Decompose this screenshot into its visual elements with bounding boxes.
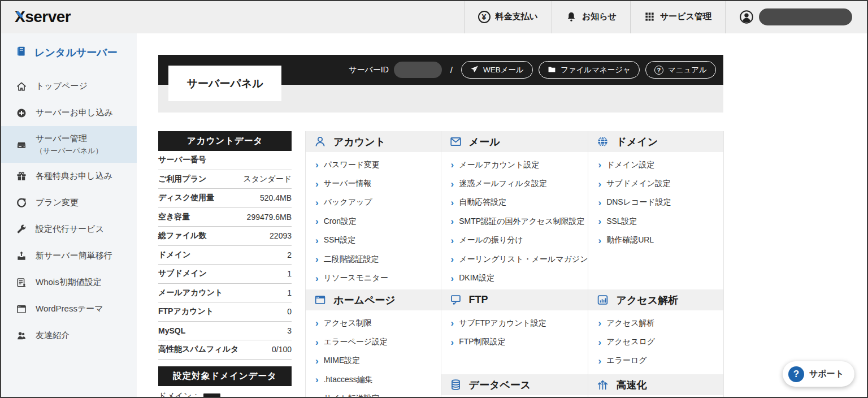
table-row: 総ファイル数22093	[158, 227, 292, 246]
chevron-right-icon	[451, 338, 454, 347]
sidebar-item-top-page[interactable]: トップページ	[0, 73, 137, 100]
menu-link[interactable]: SSL設定	[598, 212, 723, 231]
menu-link[interactable]: メーリングリスト・メールマガジン	[451, 250, 588, 269]
service-management-label: サービス管理	[660, 11, 711, 22]
menu-link[interactable]: エラーログ	[598, 352, 723, 370]
sidebar-item-referral[interactable]: 友達紹介	[0, 322, 137, 349]
service-management-button[interactable]: サービス管理	[630, 0, 725, 33]
sidebar-item-plan-change[interactable]: プラン変更	[0, 189, 137, 216]
sidebar-item-label: 新サーバー簡単移行	[36, 250, 112, 261]
menu-link[interactable]: 迷惑メールフィルタ設定	[451, 174, 588, 193]
main-content: サーバーID / WEBメール ファイルマネージャ ? マニュアル サーバーパネ…	[137, 33, 868, 398]
account-menu[interactable]	[725, 0, 868, 33]
chevron-right-icon	[598, 236, 601, 245]
chevron-right-icon	[451, 274, 454, 283]
separator: /	[450, 65, 453, 75]
chevron-right-icon	[315, 179, 319, 189]
account-person-icon	[314, 136, 326, 148]
sidebar-item-server-migration[interactable]: 新サーバー簡単移行	[0, 243, 137, 269]
file-manager-label: ファイルマネージャ	[561, 65, 631, 75]
sidebar-item-label: Whois初期値設定	[36, 277, 102, 288]
menu-column-3: ドメイン ドメイン設定 サブドメイン設定 DNSレコード設定 SSL設定 動作確…	[588, 131, 723, 398]
menu-link[interactable]: エラーページ設定	[315, 332, 441, 351]
file-manager-button[interactable]: ファイルマネージャ	[539, 61, 640, 79]
section-header-mail: メール	[441, 131, 588, 152]
sidebar-item-whois[interactable]: Whois初期値設定	[0, 269, 137, 296]
menu-link[interactable]: DNSレコード設定	[598, 193, 723, 212]
chevron-right-icon	[598, 198, 601, 207]
sidebar-item-server-apply[interactable]: サーバーお申し込み	[0, 100, 137, 126]
sidebar-header-rental-server[interactable]: レンタルサーバー	[0, 42, 137, 63]
chevron-right-icon	[598, 179, 601, 189]
payment-button[interactable]: ¥ 料金支払い	[464, 0, 552, 33]
menu-link[interactable]: サブFTPアカウント設定	[451, 314, 588, 332]
menu-link[interactable]: SMTP認証の国外アクセス制限設定	[451, 212, 588, 231]
server-icon	[16, 139, 27, 150]
menu-link[interactable]: アクセスログ	[598, 332, 723, 351]
menu-link[interactable]: Cron設定	[315, 212, 441, 231]
sidebar-header-label: レンタルサーバー	[34, 46, 118, 59]
sidebar-item-wordpress-theme[interactable]: WordPressテーマ	[0, 296, 137, 322]
chevron-right-icon	[598, 160, 601, 170]
manual-label: マニュアル	[668, 65, 707, 75]
menu-link[interactable]: 二段階認証設定	[315, 250, 441, 269]
support-button[interactable]: ? サポート	[783, 361, 854, 387]
homepage-window-icon	[314, 294, 326, 306]
account-data-header: アカウントデータ	[158, 131, 292, 151]
menu-link[interactable]: リソースモニター	[315, 269, 441, 287]
sidebar-item-setup-service[interactable]: 設定代行サービス	[0, 216, 137, 243]
menu-link[interactable]: ドメイン設定	[598, 155, 723, 174]
news-button[interactable]: お知らせ	[552, 0, 630, 33]
rental-server-icon	[15, 45, 27, 60]
menu-link[interactable]: サイト転送設定	[315, 390, 441, 398]
manual-button[interactable]: ? マニュアル	[645, 61, 716, 79]
question-circle-icon: ?	[788, 366, 804, 382]
menu-link[interactable]: SSH設定	[315, 231, 441, 250]
folder-icon	[548, 65, 556, 75]
menu-link[interactable]: サーバー情報	[315, 174, 441, 193]
chevron-right-icon	[315, 375, 319, 384]
homepage-links: アクセス制限 エラーページ設定 MIME設定 .htaccess編集 サイト転送…	[306, 310, 441, 398]
menu-link[interactable]: MIME設定	[315, 352, 441, 370]
menu-link[interactable]: FTP制限設定	[451, 332, 588, 351]
table-row: MySQL3	[158, 322, 292, 341]
wrench-icon	[16, 224, 27, 235]
menu-column-2: メール メールアカウント設定 迷惑メールフィルタ設定 自動応答設定 SMTP認証…	[441, 131, 589, 398]
chevron-right-icon	[451, 254, 454, 264]
sidebar-item-label: 友達紹介	[36, 330, 70, 341]
chevron-right-icon	[451, 160, 454, 170]
page-title: サーバーパネル	[168, 66, 281, 101]
sidebar-item-server-management[interactable]: サーバー管理 （サーバーパネル）	[0, 126, 137, 163]
globe-icon	[597, 136, 609, 148]
xserver-logo[interactable]: Xserver	[15, 8, 71, 26]
chevron-right-icon	[315, 198, 319, 207]
chevron-right-icon	[315, 394, 319, 398]
table-row: ご利用プランスタンダード	[158, 170, 292, 189]
chevron-right-icon	[315, 254, 319, 264]
menu-link[interactable]: メールの振り分け	[451, 231, 588, 250]
sidebar-item-sublabel: （サーバーパネル）	[36, 146, 103, 156]
account-links: パスワード変更 サーバー情報 バックアップ Cron設定 SSH設定 二段階認証…	[306, 152, 441, 289]
sidebar-item-benefits[interactable]: 各種特典お申し込み	[0, 163, 137, 189]
menu-link[interactable]: 動作確認URL	[598, 231, 723, 250]
account-data-panel: アカウントデータ サーバー番号 ご利用プランスタンダード ディスク使用量520.…	[158, 131, 292, 398]
section-header-domain: ドメイン	[588, 131, 723, 152]
plus-circle-icon	[16, 107, 27, 119]
menu-link[interactable]: パスワード変更	[315, 155, 441, 174]
webmail-button[interactable]: WEBメール	[461, 61, 533, 79]
gift-icon	[16, 171, 27, 182]
ftp-monitor-icon	[450, 294, 462, 306]
sidebar-item-label: WordPressテーマ	[36, 304, 103, 314]
migrate-icon	[16, 250, 27, 262]
server-id: サーバーID	[349, 62, 442, 78]
menu-link[interactable]: バックアップ	[315, 193, 441, 212]
menu-link[interactable]: アクセス解析	[598, 314, 723, 332]
menu-link[interactable]: サブドメイン設定	[598, 174, 723, 193]
menu-link[interactable]: 自動応答設定	[451, 193, 588, 212]
menu-link[interactable]: アクセス制限	[315, 314, 441, 332]
menu-link[interactable]: DKIM設定	[451, 269, 588, 287]
menu-link[interactable]: .htaccess編集	[315, 370, 441, 389]
menu-link[interactable]: メールアカウント設定	[451, 155, 588, 174]
domain-links: ドメイン設定 サブドメイン設定 DNSレコード設定 SSL設定 動作確認URL	[588, 152, 723, 289]
table-row: サブドメイン1	[158, 265, 292, 284]
